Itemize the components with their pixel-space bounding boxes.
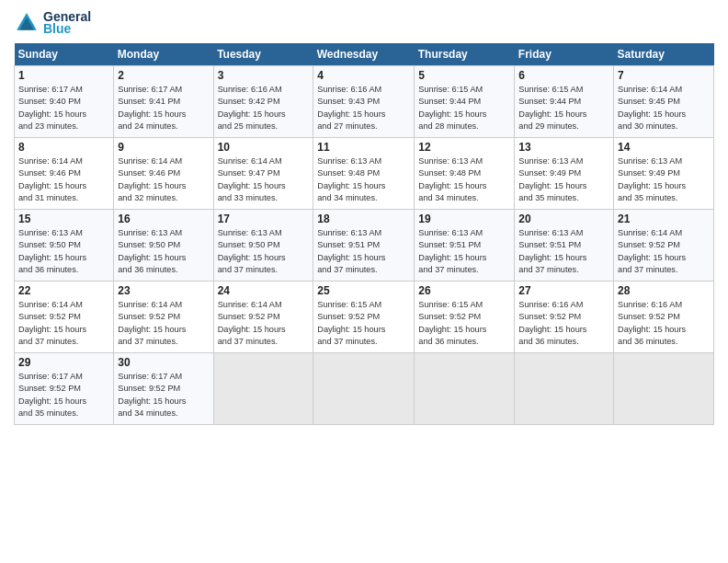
logo-icon bbox=[14, 10, 40, 36]
calendar-cell: 8Sunrise: 6:14 AMSunset: 9:46 PMDaylight… bbox=[15, 138, 114, 210]
day-number: 18 bbox=[317, 213, 410, 225]
calendar-cell: 12Sunrise: 6:13 AMSunset: 9:48 PMDayligh… bbox=[415, 138, 515, 210]
day-number: 6 bbox=[518, 69, 609, 82]
calendar-cell: 22Sunrise: 6:14 AMSunset: 9:52 PMDayligh… bbox=[15, 282, 114, 353]
calendar-cell: 21Sunrise: 6:14 AMSunset: 9:52 PMDayligh… bbox=[614, 210, 714, 282]
calendar-cell: 1Sunrise: 6:17 AMSunset: 9:40 PMDaylight… bbox=[15, 66, 114, 138]
day-number: 25 bbox=[317, 284, 410, 297]
day-detail: Sunrise: 6:16 AMSunset: 9:42 PMDaylight:… bbox=[218, 84, 310, 132]
calendar-cell: 15Sunrise: 6:13 AMSunset: 9:50 PMDayligh… bbox=[15, 210, 114, 282]
day-detail: Sunrise: 6:14 AMSunset: 9:47 PMDaylight:… bbox=[218, 155, 310, 204]
calendar-header-row: SundayMondayTuesdayWednesdayThursdayFrid… bbox=[15, 43, 714, 66]
day-number: 12 bbox=[418, 141, 510, 154]
day-number: 26 bbox=[418, 284, 510, 297]
calendar-cell: 18Sunrise: 6:13 AMSunset: 9:51 PMDayligh… bbox=[313, 210, 415, 282]
calendar-cell: 16Sunrise: 6:13 AMSunset: 9:50 PMDayligh… bbox=[114, 210, 213, 282]
day-detail: Sunrise: 6:15 AMSunset: 9:52 PMDaylight:… bbox=[418, 299, 510, 348]
day-detail: Sunrise: 6:13 AMSunset: 9:50 PMDaylight:… bbox=[118, 227, 209, 276]
weekday-header: Saturday bbox=[614, 43, 714, 66]
calendar-cell: 23Sunrise: 6:14 AMSunset: 9:52 PMDayligh… bbox=[114, 282, 213, 353]
day-detail: Sunrise: 6:13 AMSunset: 9:51 PMDaylight:… bbox=[317, 227, 410, 276]
weekday-header: Sunday bbox=[15, 43, 114, 66]
calendar-week-row: 22Sunrise: 6:14 AMSunset: 9:52 PMDayligh… bbox=[15, 282, 714, 353]
day-number: 9 bbox=[118, 141, 209, 154]
day-detail: Sunrise: 6:13 AMSunset: 9:48 PMDaylight:… bbox=[418, 155, 510, 204]
calendar-cell bbox=[313, 353, 415, 425]
logo-text: General Blue bbox=[43, 9, 91, 36]
day-detail: Sunrise: 6:14 AMSunset: 9:45 PMDaylight:… bbox=[618, 84, 710, 132]
calendar-week-row: 1Sunrise: 6:17 AMSunset: 9:40 PMDaylight… bbox=[15, 66, 714, 138]
day-detail: Sunrise: 6:15 AMSunset: 9:44 PMDaylight:… bbox=[418, 84, 510, 132]
day-number: 13 bbox=[518, 141, 609, 154]
day-number: 23 bbox=[118, 284, 209, 297]
calendar-cell: 14Sunrise: 6:13 AMSunset: 9:49 PMDayligh… bbox=[614, 138, 714, 210]
calendar-cell bbox=[515, 353, 614, 425]
day-number: 16 bbox=[118, 213, 209, 225]
day-detail: Sunrise: 6:16 AMSunset: 9:43 PMDaylight:… bbox=[317, 84, 410, 132]
calendar-cell bbox=[415, 353, 515, 425]
day-number: 22 bbox=[18, 284, 109, 297]
weekday-header: Monday bbox=[114, 43, 213, 66]
weekday-header: Friday bbox=[515, 43, 614, 66]
day-number: 1 bbox=[18, 69, 109, 82]
day-detail: Sunrise: 6:13 AMSunset: 9:48 PMDaylight:… bbox=[317, 155, 410, 204]
day-detail: Sunrise: 6:14 AMSunset: 9:46 PMDaylight:… bbox=[118, 155, 209, 204]
day-number: 19 bbox=[418, 213, 510, 225]
calendar-cell: 17Sunrise: 6:13 AMSunset: 9:50 PMDayligh… bbox=[213, 210, 313, 282]
day-number: 27 bbox=[518, 284, 609, 297]
calendar-cell: 28Sunrise: 6:16 AMSunset: 9:52 PMDayligh… bbox=[614, 282, 714, 353]
day-detail: Sunrise: 6:14 AMSunset: 9:52 PMDaylight:… bbox=[18, 299, 109, 348]
calendar-body: 1Sunrise: 6:17 AMSunset: 9:40 PMDaylight… bbox=[15, 66, 714, 425]
calendar-cell: 20Sunrise: 6:13 AMSunset: 9:51 PMDayligh… bbox=[515, 210, 614, 282]
page-container: General Blue SundayMondayTuesdayWednesda… bbox=[0, 0, 728, 434]
header: General Blue bbox=[14, 9, 714, 36]
day-number: 8 bbox=[18, 141, 109, 154]
calendar-cell: 3Sunrise: 6:16 AMSunset: 9:42 PMDaylight… bbox=[213, 66, 313, 138]
day-detail: Sunrise: 6:14 AMSunset: 9:52 PMDaylight:… bbox=[618, 227, 710, 276]
day-detail: Sunrise: 6:13 AMSunset: 9:51 PMDaylight:… bbox=[418, 227, 510, 276]
calendar-cell: 29Sunrise: 6:17 AMSunset: 9:52 PMDayligh… bbox=[15, 353, 114, 425]
day-detail: Sunrise: 6:16 AMSunset: 9:52 PMDaylight:… bbox=[618, 299, 710, 348]
calendar-cell: 27Sunrise: 6:16 AMSunset: 9:52 PMDayligh… bbox=[515, 282, 614, 353]
day-number: 5 bbox=[418, 69, 510, 82]
day-number: 4 bbox=[317, 69, 410, 82]
calendar-week-row: 29Sunrise: 6:17 AMSunset: 9:52 PMDayligh… bbox=[15, 353, 714, 425]
day-detail: Sunrise: 6:17 AMSunset: 9:52 PMDaylight:… bbox=[118, 371, 209, 419]
calendar-cell: 2Sunrise: 6:17 AMSunset: 9:41 PMDaylight… bbox=[114, 66, 213, 138]
weekday-header: Thursday bbox=[415, 43, 515, 66]
day-detail: Sunrise: 6:16 AMSunset: 9:52 PMDaylight:… bbox=[518, 299, 609, 348]
day-number: 17 bbox=[218, 213, 310, 225]
calendar-cell: 30Sunrise: 6:17 AMSunset: 9:52 PMDayligh… bbox=[114, 353, 213, 425]
calendar-cell: 10Sunrise: 6:14 AMSunset: 9:47 PMDayligh… bbox=[213, 138, 313, 210]
day-detail: Sunrise: 6:13 AMSunset: 9:51 PMDaylight:… bbox=[518, 227, 609, 276]
calendar-cell: 6Sunrise: 6:15 AMSunset: 9:44 PMDaylight… bbox=[515, 66, 614, 138]
day-detail: Sunrise: 6:14 AMSunset: 9:52 PMDaylight:… bbox=[218, 299, 310, 348]
day-detail: Sunrise: 6:17 AMSunset: 9:52 PMDaylight:… bbox=[18, 371, 109, 419]
day-number: 24 bbox=[218, 284, 310, 297]
day-detail: Sunrise: 6:13 AMSunset: 9:49 PMDaylight:… bbox=[618, 155, 710, 204]
calendar-week-row: 8Sunrise: 6:14 AMSunset: 9:46 PMDaylight… bbox=[15, 138, 714, 210]
day-detail: Sunrise: 6:13 AMSunset: 9:49 PMDaylight:… bbox=[518, 155, 609, 204]
calendar-cell: 4Sunrise: 6:16 AMSunset: 9:43 PMDaylight… bbox=[313, 66, 415, 138]
day-detail: Sunrise: 6:14 AMSunset: 9:52 PMDaylight:… bbox=[118, 299, 209, 348]
day-number: 21 bbox=[618, 213, 710, 225]
day-number: 29 bbox=[18, 356, 109, 369]
day-number: 2 bbox=[118, 69, 209, 82]
day-number: 14 bbox=[618, 141, 710, 154]
day-detail: Sunrise: 6:13 AMSunset: 9:50 PMDaylight:… bbox=[18, 227, 109, 276]
day-number: 30 bbox=[118, 356, 209, 369]
day-detail: Sunrise: 6:14 AMSunset: 9:46 PMDaylight:… bbox=[18, 155, 109, 204]
calendar-cell: 24Sunrise: 6:14 AMSunset: 9:52 PMDayligh… bbox=[213, 282, 313, 353]
day-detail: Sunrise: 6:15 AMSunset: 9:44 PMDaylight:… bbox=[518, 84, 609, 132]
calendar-cell: 19Sunrise: 6:13 AMSunset: 9:51 PMDayligh… bbox=[415, 210, 515, 282]
day-detail: Sunrise: 6:15 AMSunset: 9:52 PMDaylight:… bbox=[317, 299, 410, 348]
day-detail: Sunrise: 6:17 AMSunset: 9:41 PMDaylight:… bbox=[118, 84, 209, 132]
day-detail: Sunrise: 6:13 AMSunset: 9:50 PMDaylight:… bbox=[218, 227, 310, 276]
calendar-cell bbox=[213, 353, 313, 425]
calendar-cell: 5Sunrise: 6:15 AMSunset: 9:44 PMDaylight… bbox=[415, 66, 515, 138]
day-number: 10 bbox=[218, 141, 310, 154]
calendar-cell: 11Sunrise: 6:13 AMSunset: 9:48 PMDayligh… bbox=[313, 138, 415, 210]
logo: General Blue bbox=[14, 9, 91, 36]
calendar-cell: 7Sunrise: 6:14 AMSunset: 9:45 PMDaylight… bbox=[614, 66, 714, 138]
day-number: 7 bbox=[618, 69, 710, 82]
